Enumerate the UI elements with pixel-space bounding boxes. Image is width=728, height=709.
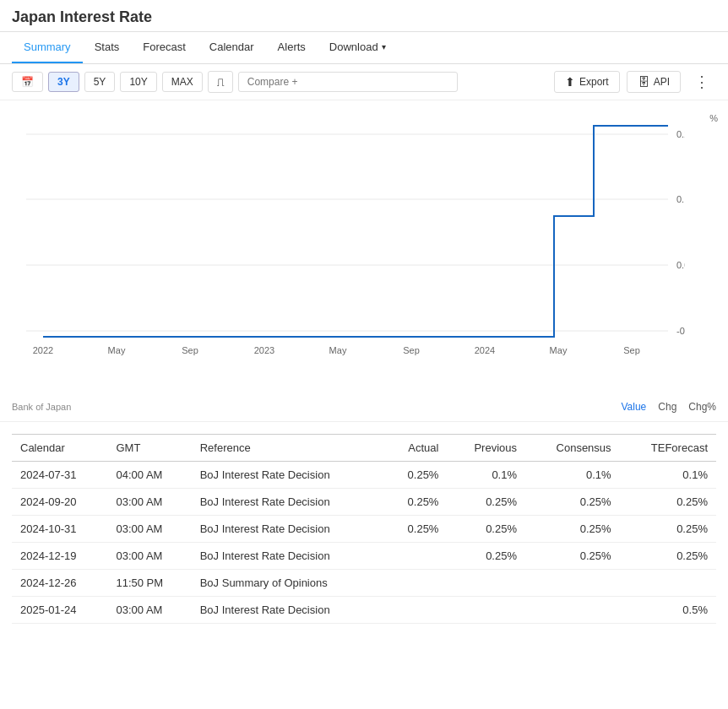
- cell-teforecast: 0.1%: [620, 462, 716, 489]
- cell-reference: BoJ Interest Rate Decision: [192, 543, 384, 570]
- cell-consensus: [525, 597, 620, 624]
- period-3y-btn[interactable]: 3Y: [48, 72, 79, 92]
- table-row: 2025-01-24 03:00 AM BoJ Interest Rate De…: [12, 597, 716, 624]
- legend-value[interactable]: Value: [621, 401, 646, 413]
- svg-text:2024: 2024: [475, 345, 495, 355]
- cell-actual: [384, 597, 448, 624]
- cell-teforecast: 0.5%: [620, 597, 716, 624]
- chart-container: % 0.20 0.10 0.00 -0.10 2022 May Sep 2023…: [0, 109, 728, 396]
- cell-calendar: 2024-12-26: [12, 570, 107, 597]
- y-axis-unit: %: [709, 113, 718, 123]
- cell-reference: BoJ Interest Rate Decision: [192, 597, 384, 624]
- svg-text:May: May: [550, 345, 568, 355]
- table-body: 2024-07-31 04:00 AM BoJ Interest Rate De…: [12, 462, 716, 624]
- cell-gmt: 03:00 AM: [107, 597, 191, 624]
- svg-text:2022: 2022: [33, 345, 53, 355]
- cell-teforecast: [620, 570, 716, 597]
- col-gmt: GMT: [107, 435, 191, 462]
- table-row: 2024-09-20 03:00 AM BoJ Interest Rate De…: [12, 489, 716, 516]
- cell-consensus: 0.25%: [525, 489, 620, 516]
- svg-text:0.00: 0.00: [676, 260, 685, 270]
- cell-calendar: 2024-09-20: [12, 489, 107, 516]
- tab-forecast[interactable]: Forecast: [131, 32, 198, 63]
- col-actual: Actual: [384, 435, 448, 462]
- export-icon: ⬆: [565, 75, 575, 89]
- chart-type-btn[interactable]: ⎍: [208, 71, 233, 93]
- cell-calendar: 2024-10-31: [12, 516, 107, 543]
- cell-consensus: 0.1%: [525, 462, 620, 489]
- cell-reference: BoJ Summary of Opinions: [192, 570, 384, 597]
- chart-source: Bank of Japan: [12, 402, 71, 412]
- cell-reference: BoJ Interest Rate Decision: [192, 516, 384, 543]
- nav-tabs: Summary Stats Forecast Calendar Alerts D…: [0, 32, 728, 64]
- cell-actual: [384, 543, 448, 570]
- col-consensus: Consensus: [525, 435, 620, 462]
- dropdown-arrow-icon: ▾: [382, 42, 386, 51]
- table-row: 2024-12-19 03:00 AM BoJ Interest Rate De…: [12, 543, 716, 570]
- col-teforecast: TEForecast: [620, 435, 716, 462]
- cell-reference: BoJ Interest Rate Decision: [192, 462, 384, 489]
- col-reference: Reference: [192, 435, 384, 462]
- svg-text:2023: 2023: [254, 345, 274, 355]
- tab-stats[interactable]: Stats: [83, 32, 132, 63]
- svg-text:Sep: Sep: [623, 345, 640, 355]
- chart-footer: Bank of Japan Value Chg Chg%: [0, 396, 728, 421]
- svg-text:0.20: 0.20: [676, 129, 685, 139]
- chart-legend: Value Chg Chg%: [621, 401, 716, 413]
- tab-calendar[interactable]: Calendar: [198, 32, 266, 63]
- col-previous: Previous: [447, 435, 525, 462]
- svg-text:Sep: Sep: [403, 345, 420, 355]
- cell-previous: 0.25%: [447, 489, 525, 516]
- cell-previous: [447, 597, 525, 624]
- cell-teforecast: 0.25%: [620, 516, 716, 543]
- cell-reference: BoJ Interest Rate Decision: [192, 489, 384, 516]
- api-label: API: [654, 76, 670, 88]
- svg-text:0.10: 0.10: [676, 194, 685, 204]
- export-btn[interactable]: ⬆ Export: [554, 71, 620, 93]
- api-btn[interactable]: 🗄 API: [627, 71, 681, 93]
- cell-consensus: [525, 570, 620, 597]
- svg-text:-0.10: -0.10: [676, 326, 685, 336]
- cell-previous: 0.25%: [447, 516, 525, 543]
- toolbar-right: ⬆ Export 🗄 API ⋮: [554, 71, 716, 93]
- cell-consensus: 0.25%: [525, 543, 620, 570]
- svg-text:Sep: Sep: [182, 345, 198, 355]
- compare-input[interactable]: [238, 72, 458, 92]
- chart-section: % 0.20 0.10 0.00 -0.10 2022 May Sep 2023…: [0, 100, 728, 422]
- export-label: Export: [579, 76, 609, 88]
- tab-summary[interactable]: Summary: [12, 32, 83, 63]
- table-row: 2024-10-31 03:00 AM BoJ Interest Rate De…: [12, 516, 716, 543]
- table-row: 2024-07-31 04:00 AM BoJ Interest Rate De…: [12, 462, 716, 489]
- legend-chgpct[interactable]: Chg%: [688, 401, 716, 413]
- svg-text:May: May: [329, 345, 347, 355]
- cell-actual: 0.25%: [384, 516, 448, 543]
- cell-calendar: 2024-07-31: [12, 462, 107, 489]
- svg-text:May: May: [108, 345, 126, 355]
- cell-actual: 0.25%: [384, 462, 448, 489]
- calendar-picker-btn[interactable]: 📅: [12, 72, 43, 92]
- cell-actual: 0.25%: [384, 489, 448, 516]
- cell-gmt: 03:00 AM: [107, 516, 191, 543]
- tab-download[interactable]: Download ▾: [318, 32, 398, 63]
- api-icon: 🗄: [638, 75, 649, 89]
- period-max-btn[interactable]: MAX: [162, 72, 203, 92]
- period-5y-btn[interactable]: 5Y: [84, 72, 116, 92]
- data-table-section: Calendar GMT Reference Actual Previous C…: [0, 422, 728, 636]
- tab-alerts[interactable]: Alerts: [266, 32, 318, 63]
- cell-teforecast: 0.25%: [620, 543, 716, 570]
- cell-gmt: 04:00 AM: [107, 462, 191, 489]
- legend-chg[interactable]: Chg: [658, 401, 676, 413]
- calendar-icon: 📅: [21, 76, 34, 88]
- period-10y-btn[interactable]: 10Y: [120, 72, 156, 92]
- cell-consensus: 0.25%: [525, 516, 620, 543]
- cell-calendar: 2025-01-24: [12, 597, 107, 624]
- page-title: Japan Interest Rate: [0, 0, 728, 32]
- chart-svg: 0.20 0.10 0.00 -0.10 2022 May Sep 2023 M…: [26, 109, 685, 371]
- more-options-btn[interactable]: ⋮: [687, 71, 716, 93]
- cell-gmt: 03:00 AM: [107, 489, 191, 516]
- toolbar: 📅 3Y 5Y 10Y MAX ⎍ ⬆ Export 🗄 API ⋮: [0, 64, 728, 100]
- cell-previous: 0.25%: [447, 543, 525, 570]
- download-label: Download: [329, 41, 378, 53]
- cell-teforecast: 0.25%: [620, 489, 716, 516]
- table-row: 2024-12-26 11:50 PM BoJ Summary of Opini…: [12, 570, 716, 597]
